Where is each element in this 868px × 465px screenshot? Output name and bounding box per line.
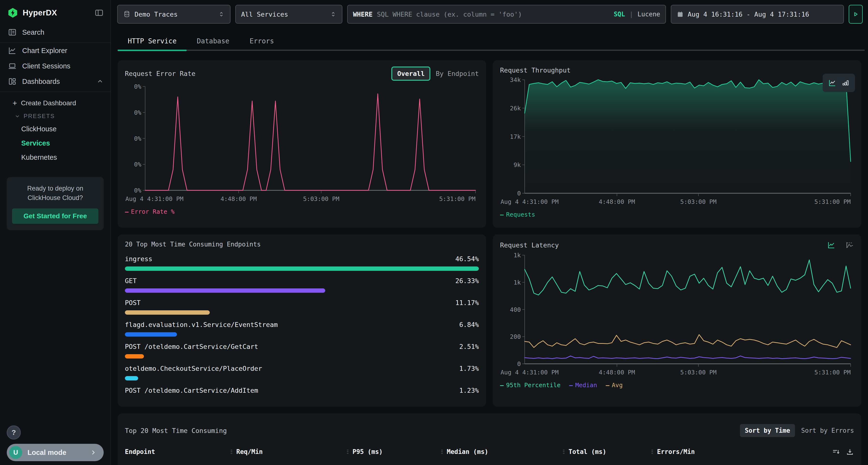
throughput-chart[interactable]: 09k17k26k34kAug 4 4:31:00 PM4:48:00 PM5:… (500, 76, 854, 207)
drag-handle-icon[interactable] (650, 449, 654, 455)
svg-text:4:48:00 PM: 4:48:00 PM (599, 198, 635, 205)
chevron-updown-icon (330, 11, 337, 18)
column-header-p95[interactable]: P95 (ms) (346, 448, 440, 455)
time-range-value: Aug 4 16:31:16 - Aug 4 17:31:16 (688, 10, 809, 18)
sidebar-item-label: Client Sessions (22, 62, 70, 70)
sort-by-errors-button[interactable]: Sort by Errors (801, 427, 854, 434)
svg-text:17k: 17k (510, 133, 521, 140)
cloud-card-line1: Ready to deploy on (12, 184, 98, 193)
sidebar-item-label: Search (22, 28, 44, 36)
dashboard-tabs: HTTP Service Database Errors (111, 28, 868, 54)
endpoint-row[interactable]: POST11.17% (125, 299, 479, 315)
histogram-toggle-icon[interactable] (845, 241, 854, 250)
app-root: HyperDX Search (0, 0, 868, 465)
svg-text:5:31:00 PM: 5:31:00 PM (814, 198, 850, 205)
endpoint-pct: 1.73% (459, 365, 479, 372)
latency-chart[interactable]: 02004001k1kAug 4 4:31:00 PM4:48:00 PM5:0… (500, 251, 854, 378)
endpoint-label: POST /oteldemo.CartService/GetCart (125, 343, 258, 350)
endpoint-row[interactable]: POST /oteldemo.CartService/AddItem1.23% (125, 387, 479, 394)
line-chart-toggle-icon[interactable] (827, 241, 836, 250)
endpoint-bar (125, 354, 144, 359)
laptop-icon (8, 61, 17, 71)
endpoint-pct: 1.23% (459, 387, 479, 394)
latency-legend: —95th Percentile —Median —Avg (500, 381, 854, 389)
chevron-right-icon (90, 449, 97, 456)
create-dashboard-button[interactable]: + Create Dashboard (0, 96, 111, 110)
chevron-up-icon[interactable] (96, 78, 104, 85)
service-select[interactable]: All Services (235, 5, 342, 24)
endpoint-row[interactable]: POST /oteldemo.CartService/GetCart2.51% (125, 343, 479, 359)
column-header-total[interactable]: Total (ms) (562, 448, 650, 455)
local-mode-button[interactable]: U Local mode (7, 444, 104, 461)
sidebar: HyperDX Search (0, 0, 111, 465)
search-input[interactable] (377, 10, 609, 18)
tab-http-service[interactable]: HTTP Service (118, 28, 187, 54)
service-select-value: All Services (241, 10, 288, 18)
sidebar-preset-services[interactable]: Services (0, 136, 111, 150)
where-search-box[interactable]: WHERE SQL | Lucene (347, 5, 666, 24)
sort-filter-icon[interactable] (832, 447, 840, 456)
column-header-endpoint[interactable]: Endpoint (125, 448, 229, 455)
svg-text:Aug 4 4:31:00 PM: Aug 4 4:31:00 PM (125, 195, 184, 202)
download-icon[interactable] (846, 447, 854, 456)
sidebar-item-search[interactable]: Search (0, 25, 111, 40)
drag-handle-icon[interactable] (562, 449, 566, 455)
svg-text:26k: 26k (510, 105, 521, 112)
tab-database[interactable]: Database (187, 28, 240, 54)
sidebar-item-dashboards[interactable]: Dashboards (0, 74, 111, 89)
sidebar-preset-kubernetes[interactable]: Kubernetes (0, 150, 111, 165)
drag-handle-icon[interactable] (440, 449, 444, 455)
sort-by-time-button[interactable]: Sort by Time (740, 424, 795, 437)
table-header-row: Endpoint Req/Min P95 (ms) Median (ms) To… (125, 447, 854, 456)
endpoint-row[interactable]: flagd.evaluation.v1.Service/EventStream6… (125, 321, 479, 337)
panel-title: Request Throughput (500, 66, 571, 74)
overall-toggle-button[interactable]: Overall (391, 66, 430, 81)
tab-errors[interactable]: Errors (240, 28, 284, 54)
help-button[interactable]: ? (7, 426, 21, 439)
source-select[interactable]: Demo Traces (117, 5, 230, 24)
dashboard-content: Request Error Rate Overall By Endpoint 0… (111, 54, 868, 465)
endpoint-row[interactable]: oteldemo.CheckoutService/PlaceOrder1.73% (125, 365, 479, 380)
app-title[interactable]: HyperDX (23, 8, 57, 18)
drag-handle-icon[interactable] (346, 449, 350, 455)
by-endpoint-toggle-button[interactable]: By Endpoint (436, 70, 479, 77)
drag-handle-icon[interactable] (229, 449, 234, 455)
get-started-button[interactable]: Get Started for Free (12, 208, 98, 224)
sql-mode-toggle[interactable]: SQL (614, 10, 625, 18)
topbar: Demo Traces All Services WHERE SQL | Luc… (111, 0, 868, 28)
sidebar-item-chart-explorer[interactable]: Chart Explorer (0, 43, 111, 58)
column-header-errorsmin[interactable]: Errors/Min (650, 447, 854, 456)
time-range-picker[interactable]: Aug 4 16:31:16 - Aug 4 17:31:16 (671, 5, 844, 24)
sidebar-preset-clickhouse[interactable]: ClickHouse (0, 122, 111, 136)
main-area: Demo Traces All Services WHERE SQL | Luc… (111, 0, 868, 465)
collapse-sidebar-icon[interactable] (94, 8, 104, 18)
sidebar-item-client-sessions[interactable]: Client Sessions (0, 58, 111, 74)
presets-toggle[interactable]: PRESETS (0, 110, 111, 122)
svg-text:5:31:00 PM: 5:31:00 PM (814, 369, 850, 376)
svg-text:34k: 34k (510, 76, 521, 84)
panel-request-throughput: Request Throughput 09k17k26k34kAug 4 4: (493, 60, 861, 228)
svg-text:5:03:00 PM: 5:03:00 PM (680, 369, 717, 376)
bar-chart-toggle-icon[interactable] (841, 79, 850, 87)
plus-icon: + (12, 99, 17, 107)
lucene-mode-toggle[interactable]: Lucene (638, 10, 660, 18)
endpoint-row[interactable]: GET26.33% (125, 277, 479, 293)
error-rate-chart[interactable]: 0%0%0%0%0%Aug 4 4:31:00 PM4:48:00 PM5:03… (125, 82, 479, 204)
sidebar-item-label: Chart Explorer (22, 47, 67, 55)
svg-text:400: 400 (510, 306, 521, 313)
run-query-button[interactable] (849, 5, 863, 24)
column-header-reqmin[interactable]: Req/Min (229, 448, 346, 455)
endpoint-row[interactable]: ingress46.54% (125, 255, 479, 271)
svg-text:0%: 0% (134, 187, 141, 194)
mode-separator: | (629, 10, 633, 18)
endpoint-bar (125, 289, 325, 293)
svg-text:4:48:00 PM: 4:48:00 PM (220, 195, 257, 202)
line-chart-toggle-icon[interactable] (828, 78, 837, 87)
cloud-card-line2: ClickHouse Cloud? (12, 193, 98, 203)
endpoint-pct: 6.84% (459, 321, 479, 328)
panel-request-error-rate: Request Error Rate Overall By Endpoint 0… (118, 60, 486, 228)
endpoint-pct: 2.51% (459, 343, 479, 350)
svg-text:0%: 0% (134, 109, 141, 116)
svg-text:5:03:00 PM: 5:03:00 PM (303, 195, 340, 202)
column-header-median[interactable]: Median (ms) (440, 448, 562, 455)
